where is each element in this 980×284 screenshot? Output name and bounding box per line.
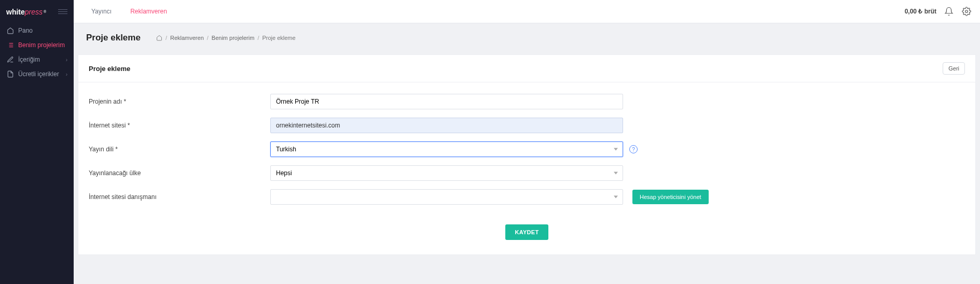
- page-header: Proje ekleme / Reklamveren / Benim proje…: [74, 23, 980, 54]
- document-icon: [6, 70, 14, 78]
- breadcrumb-current: Proje ekleme: [262, 35, 295, 41]
- sidebar-item-content[interactable]: İçeriğim ›: [0, 52, 74, 67]
- row-country: Yayınlanacağı ülke: [89, 165, 965, 181]
- row-project-name: Projenin adı *: [89, 94, 965, 109]
- row-language: Yayın dili * ?: [89, 141, 965, 157]
- panel-header: Proje ekleme Geri: [78, 55, 975, 82]
- logo-part1: white: [6, 8, 25, 16]
- list-icon: [6, 41, 14, 49]
- breadcrumb-projects[interactable]: Benim projelerim: [212, 35, 255, 41]
- breadcrumb-sep: /: [257, 35, 259, 41]
- logo-part2: press: [25, 8, 43, 16]
- sidebar-item-label: İçeriğim: [18, 56, 40, 63]
- panel-title: Proje ekleme: [89, 65, 130, 73]
- logo-reg: ®: [44, 10, 46, 13]
- sidebar: whitepress® Pano Benim projelerim İçeriğ…: [0, 0, 74, 265]
- label-language: Yayın dili *: [89, 146, 270, 153]
- advisor-select[interactable]: [270, 189, 623, 205]
- main-content: Proje ekleme / Reklamveren / Benim proje…: [74, 0, 980, 255]
- breadcrumb-advertiser[interactable]: Reklamveren: [170, 35, 204, 41]
- sidebar-item-label: Pano: [18, 27, 33, 34]
- label-country: Yayınlanacağı ülke: [89, 169, 270, 177]
- actions: KAYDET: [89, 224, 965, 240]
- website-input[interactable]: [270, 118, 623, 133]
- home-icon[interactable]: [156, 35, 162, 41]
- panel-body: Projenin adı * İnternet sitesi * Yayın d…: [78, 82, 975, 254]
- balance-label[interactable]: 0,00 ₺ brüt: [905, 8, 936, 15]
- breadcrumb: / Reklamveren / Benim projelerim / Proje…: [156, 35, 296, 41]
- chevron-right-icon: ›: [66, 72, 67, 77]
- bell-icon[interactable]: [944, 6, 954, 17]
- sidebar-item-paid-content[interactable]: Ücretli içerikler ›: [0, 67, 74, 81]
- topbar-right: 0,00 ₺ brüt: [905, 6, 972, 17]
- svg-point-6: [965, 10, 968, 13]
- breadcrumb-sep: /: [207, 35, 209, 41]
- menu-toggle-icon[interactable]: [58, 9, 67, 14]
- sidebar-item-label: Ücretli içerikler: [18, 70, 59, 78]
- role-tabs: Yayıncı Reklamveren: [82, 0, 176, 23]
- topbar: Yayıncı Reklamveren 0,00 ₺ brüt: [74, 0, 980, 23]
- sidebar-item-label: Benim projelerim: [18, 41, 65, 49]
- tab-label: Yayıncı: [91, 8, 112, 15]
- gear-icon[interactable]: [961, 6, 972, 17]
- label-advisor: İnternet sitesi danışmanı: [89, 193, 270, 201]
- page-title: Proje ekleme: [86, 33, 141, 43]
- panel: Proje ekleme Geri Projenin adı * İnterne…: [78, 54, 976, 255]
- country-select[interactable]: [270, 165, 623, 181]
- save-button[interactable]: KAYDET: [505, 224, 548, 240]
- edit-icon: [6, 56, 14, 64]
- help-icon[interactable]: ?: [629, 145, 638, 153]
- row-website: İnternet sitesi *: [89, 118, 965, 133]
- chevron-right-icon: ›: [66, 57, 67, 63]
- row-advisor: İnternet sitesi danışmanı Hesap yönetici…: [89, 189, 965, 205]
- manage-account-button[interactable]: Hesap yöneticisini yönet: [632, 190, 709, 204]
- sidebar-item-projects[interactable]: Benim projelerim: [0, 38, 74, 52]
- breadcrumb-sep: /: [165, 35, 167, 41]
- sidebar-item-pano[interactable]: Pano: [0, 23, 74, 38]
- language-select[interactable]: [270, 141, 623, 157]
- logo[interactable]: whitepress®: [6, 8, 46, 16]
- back-button[interactable]: Geri: [943, 62, 965, 75]
- label-website: İnternet sitesi *: [89, 122, 270, 129]
- tab-advertiser[interactable]: Reklamveren: [121, 0, 176, 23]
- tab-publisher[interactable]: Yayıncı: [82, 0, 121, 23]
- project-name-input[interactable]: [270, 94, 623, 109]
- sidebar-header: whitepress®: [0, 0, 74, 23]
- label-project-name: Projenin adı *: [89, 98, 270, 105]
- home-icon: [6, 27, 14, 35]
- tab-label: Reklamveren: [130, 8, 167, 15]
